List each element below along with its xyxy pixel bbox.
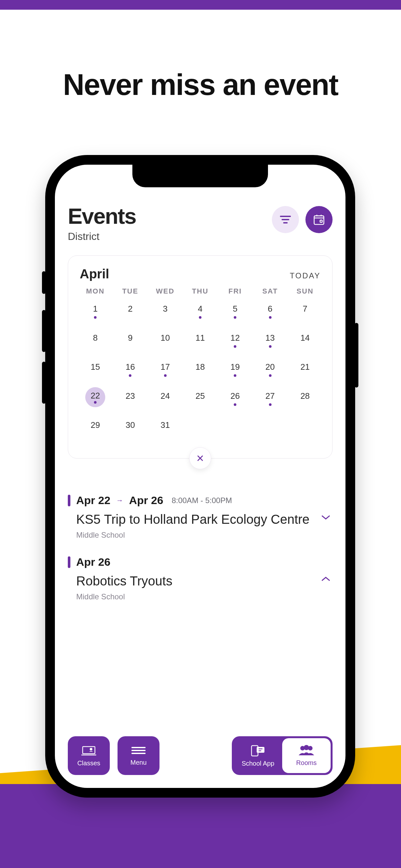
calendar-dow: MON (78, 287, 113, 298)
phone-notch (132, 165, 268, 187)
promo-topbar (0, 0, 401, 10)
calendar-day[interactable]: 23 (113, 389, 148, 414)
calendar-icon (312, 213, 326, 226)
calendar-day[interactable]: 29 (78, 418, 113, 443)
event-end-date: Apr 26 (129, 494, 163, 507)
calendar-today-button[interactable]: TODAY (290, 271, 320, 280)
calendar-dow: SUN (288, 287, 322, 298)
page-title: Events (68, 204, 272, 228)
event-item[interactable]: Apr 26Robotics TryoutsMiddle School (68, 556, 333, 601)
calendar-day[interactable]: 10 (148, 331, 183, 355)
rooms-icon (297, 745, 316, 756)
calendar-day[interactable]: 11 (183, 331, 218, 355)
calendar-collapse-button[interactable] (189, 447, 211, 469)
calendar-dow: FRI (218, 287, 252, 298)
phone-frame: Events District (45, 155, 355, 798)
bottom-classes-button[interactable]: Classes (68, 736, 110, 775)
calendar-day[interactable]: 5 (218, 302, 252, 327)
bottom-classes-label: Classes (77, 760, 100, 767)
close-icon (196, 454, 205, 463)
segment-rooms-label: Rooms (296, 759, 316, 767)
calendar-day[interactable]: 1 (78, 302, 113, 327)
svg-point-16 (308, 746, 312, 750)
event-start-date: Apr 26 (76, 556, 111, 568)
filter-icon (280, 216, 291, 223)
event-accent-bar (68, 556, 70, 568)
filter-button[interactable] (272, 206, 299, 233)
event-start-date: Apr 22 (76, 494, 111, 507)
calendar-day[interactable]: 30 (113, 418, 148, 443)
calendar-day[interactable]: 8 (78, 331, 113, 355)
calendar-day[interactable]: 20 (252, 360, 287, 384)
promo-headline: Never miss an event (0, 68, 401, 102)
event-title: KS5 Trip to Holland Park Ecology Centre (76, 511, 321, 527)
calendar-day[interactable]: 25 (183, 389, 218, 414)
calendar-day[interactable]: 4 (183, 302, 218, 327)
calendar-dow: THU (183, 287, 218, 298)
event-location: Middle School (76, 592, 321, 601)
bottom-menu-label: Menu (130, 759, 147, 766)
calendar-day[interactable]: 18 (183, 360, 218, 384)
svg-point-9 (90, 748, 92, 750)
schoolapp-icon (250, 744, 266, 757)
event-accent-bar (68, 495, 70, 506)
calendar-day[interactable]: 7 (288, 302, 322, 327)
calendar-month: April (80, 267, 109, 281)
calendar-day[interactable]: 24 (148, 389, 183, 414)
event-item[interactable]: Apr 22→Apr 268:00AM - 5:00PMKS5 Trip to … (68, 494, 333, 539)
bottom-segmented: School App Rooms (232, 736, 333, 775)
chevron-down-icon[interactable] (321, 511, 333, 520)
calendar-day[interactable]: 28 (288, 389, 322, 414)
event-time: 8:00AM - 5:00PM (172, 496, 232, 505)
calendar-day[interactable]: 2 (113, 302, 148, 327)
calendar-day[interactable]: 12 (218, 331, 252, 355)
segment-rooms[interactable]: Rooms (282, 738, 331, 773)
segment-schoolapp-label: School App (242, 760, 274, 767)
segment-schoolapp[interactable]: School App (234, 738, 282, 773)
page-subtitle: District (68, 230, 272, 243)
calendar-day[interactable]: 21 (288, 360, 322, 384)
calendar-day[interactable]: 19 (218, 360, 252, 384)
calendar-view-button[interactable] (305, 206, 333, 233)
svg-rect-7 (83, 747, 95, 754)
svg-rect-4 (320, 220, 322, 222)
calendar-card: April TODAY MONTUEWEDTHUFRISATSUN1234567… (68, 255, 333, 459)
calendar-dow: SAT (252, 287, 287, 298)
calendar-dow: WED (148, 287, 183, 298)
calendar-day[interactable]: 14 (288, 331, 322, 355)
event-title: Robotics Tryouts (76, 573, 321, 589)
classes-icon (81, 745, 96, 756)
calendar-day[interactable]: 15 (78, 360, 113, 384)
event-location: Middle School (76, 531, 321, 539)
calendar-day[interactable]: 27 (252, 389, 287, 414)
calendar-day[interactable]: 26 (218, 389, 252, 414)
svg-rect-11 (257, 747, 265, 753)
calendar-dow: TUE (113, 287, 148, 298)
calendar-day[interactable]: 22 (78, 389, 113, 414)
calendar-day[interactable]: 17 (148, 360, 183, 384)
calendar-day[interactable]: 9 (113, 331, 148, 355)
arrow-right-icon: → (116, 496, 123, 505)
bottom-menu-button[interactable]: Menu (118, 736, 159, 775)
calendar-day[interactable]: 13 (252, 331, 287, 355)
calendar-day[interactable]: 6 (252, 302, 287, 327)
calendar-day[interactable]: 16 (113, 360, 148, 384)
chevron-up-icon[interactable] (321, 573, 333, 582)
calendar-day[interactable]: 3 (148, 302, 183, 327)
menu-icon (131, 745, 146, 755)
calendar-day[interactable]: 31 (148, 418, 183, 443)
